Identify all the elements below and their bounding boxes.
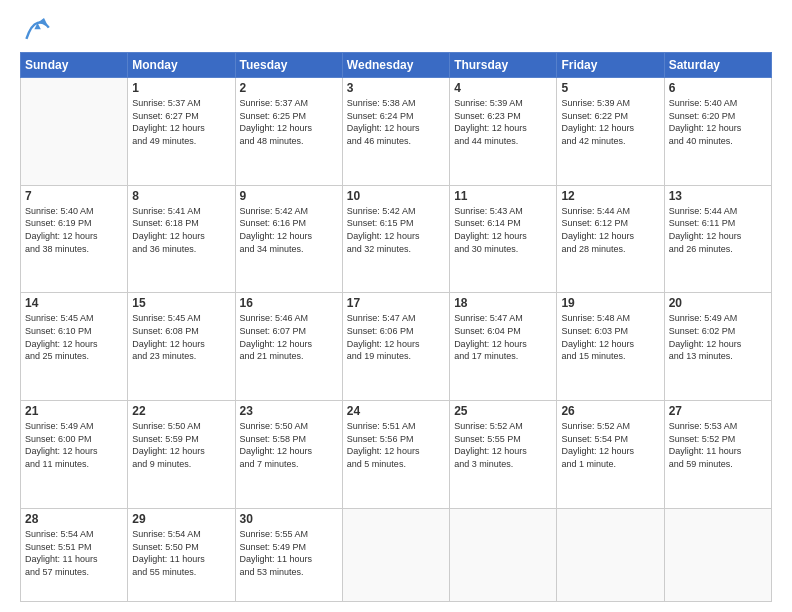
calendar-cell: 11Sunrise: 5:43 AMSunset: 6:14 PMDayligh… <box>450 185 557 293</box>
calendar-cell: 16Sunrise: 5:46 AMSunset: 6:07 PMDayligh… <box>235 293 342 401</box>
calendar-cell <box>664 508 771 601</box>
day-number: 21 <box>25 404 123 418</box>
calendar-cell: 6Sunrise: 5:40 AMSunset: 6:20 PMDaylight… <box>664 78 771 186</box>
day-info: Sunrise: 5:51 AMSunset: 5:56 PMDaylight:… <box>347 420 445 470</box>
day-info: Sunrise: 5:49 AMSunset: 6:02 PMDaylight:… <box>669 312 767 362</box>
calendar-cell: 8Sunrise: 5:41 AMSunset: 6:18 PMDaylight… <box>128 185 235 293</box>
calendar-week-row: 28Sunrise: 5:54 AMSunset: 5:51 PMDayligh… <box>21 508 772 601</box>
day-number: 16 <box>240 296 338 310</box>
day-info: Sunrise: 5:53 AMSunset: 5:52 PMDaylight:… <box>669 420 767 470</box>
day-number: 5 <box>561 81 659 95</box>
day-number: 9 <box>240 189 338 203</box>
calendar-cell: 4Sunrise: 5:39 AMSunset: 6:23 PMDaylight… <box>450 78 557 186</box>
day-number: 25 <box>454 404 552 418</box>
day-number: 28 <box>25 512 123 526</box>
calendar-cell: 10Sunrise: 5:42 AMSunset: 6:15 PMDayligh… <box>342 185 449 293</box>
day-info: Sunrise: 5:55 AMSunset: 5:49 PMDaylight:… <box>240 528 338 578</box>
calendar-cell <box>342 508 449 601</box>
calendar-cell: 28Sunrise: 5:54 AMSunset: 5:51 PMDayligh… <box>21 508 128 601</box>
calendar-week-row: 14Sunrise: 5:45 AMSunset: 6:10 PMDayligh… <box>21 293 772 401</box>
day-info: Sunrise: 5:54 AMSunset: 5:51 PMDaylight:… <box>25 528 123 578</box>
day-number: 17 <box>347 296 445 310</box>
day-number: 4 <box>454 81 552 95</box>
day-number: 26 <box>561 404 659 418</box>
calendar-cell: 14Sunrise: 5:45 AMSunset: 6:10 PMDayligh… <box>21 293 128 401</box>
day-info: Sunrise: 5:39 AMSunset: 6:23 PMDaylight:… <box>454 97 552 147</box>
day-number: 23 <box>240 404 338 418</box>
calendar-week-row: 1Sunrise: 5:37 AMSunset: 6:27 PMDaylight… <box>21 78 772 186</box>
day-info: Sunrise: 5:40 AMSunset: 6:20 PMDaylight:… <box>669 97 767 147</box>
day-number: 1 <box>132 81 230 95</box>
calendar-cell: 24Sunrise: 5:51 AMSunset: 5:56 PMDayligh… <box>342 401 449 509</box>
calendar-cell: 27Sunrise: 5:53 AMSunset: 5:52 PMDayligh… <box>664 401 771 509</box>
page: SundayMondayTuesdayWednesdayThursdayFrid… <box>0 0 792 612</box>
calendar-cell: 23Sunrise: 5:50 AMSunset: 5:58 PMDayligh… <box>235 401 342 509</box>
day-info: Sunrise: 5:50 AMSunset: 5:58 PMDaylight:… <box>240 420 338 470</box>
calendar-week-row: 7Sunrise: 5:40 AMSunset: 6:19 PMDaylight… <box>21 185 772 293</box>
day-number: 12 <box>561 189 659 203</box>
calendar-table: SundayMondayTuesdayWednesdayThursdayFrid… <box>20 52 772 602</box>
day-info: Sunrise: 5:39 AMSunset: 6:22 PMDaylight:… <box>561 97 659 147</box>
calendar-cell: 2Sunrise: 5:37 AMSunset: 6:25 PMDaylight… <box>235 78 342 186</box>
day-number: 27 <box>669 404 767 418</box>
weekday-header-saturday: Saturday <box>664 53 771 78</box>
calendar-cell: 21Sunrise: 5:49 AMSunset: 6:00 PMDayligh… <box>21 401 128 509</box>
calendar-cell: 12Sunrise: 5:44 AMSunset: 6:12 PMDayligh… <box>557 185 664 293</box>
day-info: Sunrise: 5:54 AMSunset: 5:50 PMDaylight:… <box>132 528 230 578</box>
calendar-cell: 3Sunrise: 5:38 AMSunset: 6:24 PMDaylight… <box>342 78 449 186</box>
day-number: 11 <box>454 189 552 203</box>
day-number: 15 <box>132 296 230 310</box>
calendar-cell: 1Sunrise: 5:37 AMSunset: 6:27 PMDaylight… <box>128 78 235 186</box>
day-number: 3 <box>347 81 445 95</box>
weekday-header-row: SundayMondayTuesdayWednesdayThursdayFrid… <box>21 53 772 78</box>
day-number: 2 <box>240 81 338 95</box>
day-info: Sunrise: 5:41 AMSunset: 6:18 PMDaylight:… <box>132 205 230 255</box>
calendar-cell: 7Sunrise: 5:40 AMSunset: 6:19 PMDaylight… <box>21 185 128 293</box>
day-info: Sunrise: 5:45 AMSunset: 6:08 PMDaylight:… <box>132 312 230 362</box>
weekday-header-wednesday: Wednesday <box>342 53 449 78</box>
weekday-header-sunday: Sunday <box>21 53 128 78</box>
calendar-cell: 19Sunrise: 5:48 AMSunset: 6:03 PMDayligh… <box>557 293 664 401</box>
day-number: 8 <box>132 189 230 203</box>
logo <box>20 16 54 44</box>
day-info: Sunrise: 5:45 AMSunset: 6:10 PMDaylight:… <box>25 312 123 362</box>
weekday-header-tuesday: Tuesday <box>235 53 342 78</box>
calendar-cell <box>557 508 664 601</box>
day-info: Sunrise: 5:52 AMSunset: 5:54 PMDaylight:… <box>561 420 659 470</box>
calendar-cell: 29Sunrise: 5:54 AMSunset: 5:50 PMDayligh… <box>128 508 235 601</box>
day-number: 7 <box>25 189 123 203</box>
calendar-cell: 25Sunrise: 5:52 AMSunset: 5:55 PMDayligh… <box>450 401 557 509</box>
calendar-cell: 5Sunrise: 5:39 AMSunset: 6:22 PMDaylight… <box>557 78 664 186</box>
day-number: 20 <box>669 296 767 310</box>
day-info: Sunrise: 5:37 AMSunset: 6:25 PMDaylight:… <box>240 97 338 147</box>
day-info: Sunrise: 5:44 AMSunset: 6:11 PMDaylight:… <box>669 205 767 255</box>
day-info: Sunrise: 5:50 AMSunset: 5:59 PMDaylight:… <box>132 420 230 470</box>
day-number: 29 <box>132 512 230 526</box>
day-number: 24 <box>347 404 445 418</box>
calendar-cell <box>21 78 128 186</box>
calendar-cell: 18Sunrise: 5:47 AMSunset: 6:04 PMDayligh… <box>450 293 557 401</box>
day-number: 22 <box>132 404 230 418</box>
day-number: 14 <box>25 296 123 310</box>
day-number: 13 <box>669 189 767 203</box>
weekday-header-friday: Friday <box>557 53 664 78</box>
calendar-cell: 26Sunrise: 5:52 AMSunset: 5:54 PMDayligh… <box>557 401 664 509</box>
day-info: Sunrise: 5:44 AMSunset: 6:12 PMDaylight:… <box>561 205 659 255</box>
calendar-week-row: 21Sunrise: 5:49 AMSunset: 6:00 PMDayligh… <box>21 401 772 509</box>
calendar-cell: 17Sunrise: 5:47 AMSunset: 6:06 PMDayligh… <box>342 293 449 401</box>
day-info: Sunrise: 5:37 AMSunset: 6:27 PMDaylight:… <box>132 97 230 147</box>
day-info: Sunrise: 5:42 AMSunset: 6:16 PMDaylight:… <box>240 205 338 255</box>
day-number: 6 <box>669 81 767 95</box>
day-info: Sunrise: 5:38 AMSunset: 6:24 PMDaylight:… <box>347 97 445 147</box>
calendar-cell: 15Sunrise: 5:45 AMSunset: 6:08 PMDayligh… <box>128 293 235 401</box>
calendar-cell: 20Sunrise: 5:49 AMSunset: 6:02 PMDayligh… <box>664 293 771 401</box>
logo-icon <box>20 16 52 44</box>
day-number: 19 <box>561 296 659 310</box>
header <box>20 16 772 44</box>
day-info: Sunrise: 5:40 AMSunset: 6:19 PMDaylight:… <box>25 205 123 255</box>
day-info: Sunrise: 5:47 AMSunset: 6:06 PMDaylight:… <box>347 312 445 362</box>
day-info: Sunrise: 5:48 AMSunset: 6:03 PMDaylight:… <box>561 312 659 362</box>
calendar-cell <box>450 508 557 601</box>
day-number: 10 <box>347 189 445 203</box>
calendar-cell: 22Sunrise: 5:50 AMSunset: 5:59 PMDayligh… <box>128 401 235 509</box>
